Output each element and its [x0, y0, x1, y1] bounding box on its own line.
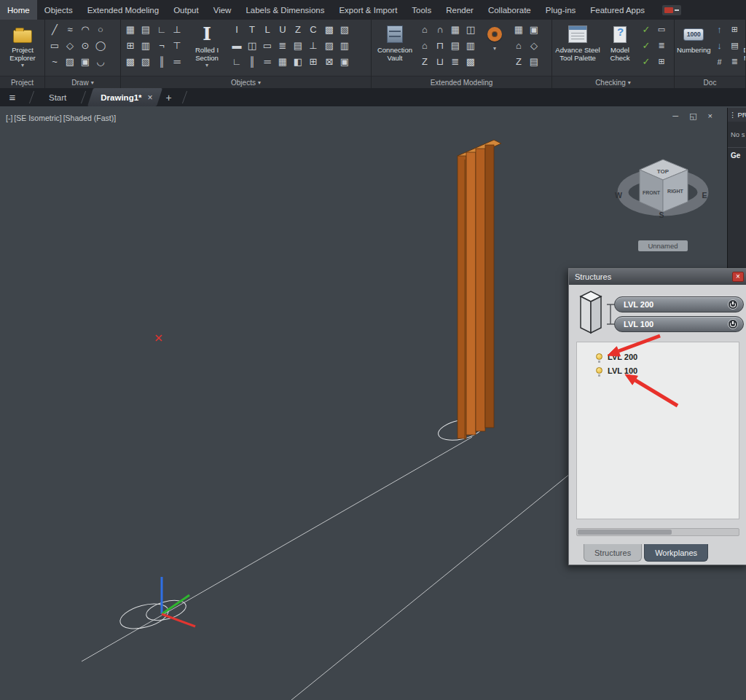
- tab-start[interactable]: Start: [39, 88, 76, 106]
- ribbon-tab-home[interactable]: Home: [0, 0, 37, 20]
- panel-label-checking[interactable]: Checking ▾: [552, 76, 674, 88]
- grid-cols-tool-icon[interactable]: ▥: [138, 38, 153, 53]
- advance-steel-tool-palette-button[interactable]: Advance Steel Tool Palette: [554, 22, 601, 62]
- frame-house2-icon[interactable]: ⌂: [417, 38, 432, 53]
- ext-z-icon[interactable]: Z: [511, 54, 526, 69]
- grid-dense-tool-icon[interactable]: ▩: [123, 54, 138, 69]
- section-i-icon[interactable]: I: [229, 22, 244, 37]
- section-t-icon[interactable]: T: [245, 22, 259, 37]
- beam-angle-icon[interactable]: ∟: [154, 22, 169, 37]
- frame-cols-icon[interactable]: ▥: [463, 38, 478, 53]
- plate-icon[interactable]: ◫: [245, 38, 259, 53]
- angle-icon[interactable]: ∟: [229, 54, 244, 69]
- beam-corner-icon[interactable]: ¬: [154, 38, 169, 53]
- grid-tool-icon[interactable]: ▦: [123, 22, 138, 37]
- frame-arch-icon[interactable]: ∩: [433, 22, 447, 37]
- level-button-lvl200[interactable]: LVL 200: [614, 296, 744, 312]
- mesh-x-icon[interactable]: ⊠: [322, 54, 337, 69]
- number-up-icon[interactable]: ↑: [712, 22, 726, 37]
- grid-rows-tool-icon[interactable]: ▤: [138, 22, 153, 37]
- rolled-i-section-button[interactable]: I Rolled I Section ▾: [186, 22, 228, 70]
- beam-tee-icon[interactable]: ⊤: [170, 38, 184, 53]
- panel-label-objects[interactable]: Objects ▾: [121, 76, 371, 88]
- draw-line-icon[interactable]: ╱: [47, 22, 62, 37]
- spiral-stair-button[interactable]: ▾: [479, 22, 510, 53]
- compass-west[interactable]: W: [615, 191, 622, 200]
- model-check-button[interactable]: ? Model Check: [602, 22, 637, 62]
- compass-east[interactable]: E: [702, 191, 707, 200]
- tab-workplanes[interactable]: Workplanes: [644, 544, 708, 562]
- level-button-lvl100[interactable]: LVL 100: [614, 316, 744, 332]
- ribbon-tab-output[interactable]: Output: [166, 0, 206, 20]
- section-z-icon[interactable]: Z: [291, 22, 305, 37]
- grid-plus-tool-icon[interactable]: ⊞: [123, 38, 138, 53]
- lines-icon[interactable]: ≣: [275, 38, 290, 53]
- beam-vbars-icon[interactable]: ║: [154, 54, 169, 69]
- ext-rows-icon[interactable]: ▤: [527, 54, 541, 69]
- numbering-button[interactable]: 1000 Numbering: [677, 22, 710, 55]
- draw-point-icon[interactable]: ⊙: [78, 38, 93, 53]
- mesh-dense-icon[interactable]: ▩: [322, 22, 337, 37]
- mesh-cols-icon[interactable]: ▥: [337, 38, 352, 53]
- power-toggle-icon[interactable]: [728, 319, 738, 329]
- properties-general-section[interactable]: Ge: [728, 147, 746, 160]
- draw-hatch-icon[interactable]: ▨: [63, 54, 77, 69]
- frame-dense-icon[interactable]: ▩: [463, 54, 478, 69]
- properties-title[interactable]: ⋮ PRO: [728, 108, 746, 122]
- plate-rect-icon[interactable]: ▭: [260, 38, 275, 53]
- close-icon[interactable]: ×: [708, 111, 712, 121]
- mesh-hatch-icon[interactable]: ▨: [322, 38, 337, 53]
- beam-hbar-icon[interactable]: ═: [170, 54, 184, 69]
- panel-label-draw[interactable]: Draw ▾: [45, 76, 120, 88]
- project-explorer-button[interactable]: Project Explorer ▾: [2, 22, 43, 70]
- beam-solid-icon[interactable]: ▬: [229, 38, 244, 53]
- draw-cloud-icon[interactable]: ◡: [93, 54, 108, 69]
- check-rect-icon[interactable]: ▭: [654, 22, 669, 37]
- frame-grid-icon[interactable]: ▦: [448, 22, 463, 37]
- ext-poly-icon[interactable]: ◇: [527, 38, 541, 53]
- scrollbar-thumb[interactable]: [578, 530, 672, 535]
- steel-column[interactable]: [458, 140, 501, 440]
- mesh-region-icon[interactable]: ▣: [337, 54, 352, 69]
- application-menu-button[interactable]: ≡: [0, 88, 25, 106]
- check-grid-icon[interactable]: ⊞: [654, 54, 669, 69]
- minimize-icon[interactable]: ─: [672, 111, 678, 121]
- frame-rows-icon[interactable]: ▤: [448, 38, 463, 53]
- tab-drawing1[interactable]: Drawing1* ×: [90, 88, 160, 106]
- exchange-apps-icon[interactable]: [662, 5, 681, 15]
- bulb-icon[interactable]: [596, 353, 602, 360]
- ribbon-tab-view[interactable]: View: [206, 0, 239, 20]
- draw-circle-icon[interactable]: ○: [93, 22, 108, 37]
- section-l-icon[interactable]: L: [260, 22, 275, 37]
- ext-region-icon[interactable]: ▣: [527, 22, 541, 37]
- frame-sqcup-icon[interactable]: ⊔: [433, 54, 447, 69]
- mesh-diag-icon[interactable]: ▧: [337, 22, 352, 37]
- number-lines-icon[interactable]: ≣: [727, 54, 742, 69]
- ribbon-tab-collaborate[interactable]: Collaborate: [481, 0, 538, 20]
- tree-item-lvl200[interactable]: LVL 200: [596, 350, 739, 363]
- connection-vault-button[interactable]: Connection Vault: [374, 22, 416, 62]
- viewport-view-control[interactable]: [SE Isometric]: [14, 114, 61, 122]
- ribbon-tab-extended-modeling[interactable]: Extended Modeling: [80, 0, 166, 20]
- number-hash-icon[interactable]: #: [712, 54, 726, 69]
- grid-diag-tool-icon[interactable]: ▧: [138, 54, 153, 69]
- frame-sqcap-icon[interactable]: ⊓: [433, 38, 447, 53]
- ext-house-icon[interactable]: ⌂: [511, 38, 526, 53]
- check-audit-icon[interactable]: ✓: [639, 54, 653, 69]
- tab-structures[interactable]: Structures: [584, 544, 642, 562]
- new-tab-button[interactable]: +: [160, 88, 178, 106]
- grid-rows-icon[interactable]: ▤: [291, 38, 305, 53]
- power-toggle-icon[interactable]: [728, 299, 738, 310]
- view-cube[interactable]: W S E TOP FRONT RIGHT: [615, 160, 707, 219]
- draw-spline-icon[interactable]: ≈: [63, 22, 77, 37]
- close-tab-icon[interactable]: ×: [148, 93, 153, 103]
- workplane-line[interactable]: [82, 437, 472, 661]
- draw-rect-icon[interactable]: ▭: [47, 38, 62, 53]
- frame-house-icon[interactable]: ⌂: [417, 22, 432, 37]
- number-rows-icon[interactable]: ▤: [727, 38, 742, 53]
- frame-plate-icon[interactable]: ◫: [463, 22, 478, 37]
- ext-grid-icon[interactable]: ▦: [511, 22, 526, 37]
- wcs-indicator[interactable]: Unnamed: [638, 240, 688, 251]
- frame-lines-icon[interactable]: ≣: [448, 54, 463, 69]
- perp-icon[interactable]: ⊥: [306, 38, 321, 53]
